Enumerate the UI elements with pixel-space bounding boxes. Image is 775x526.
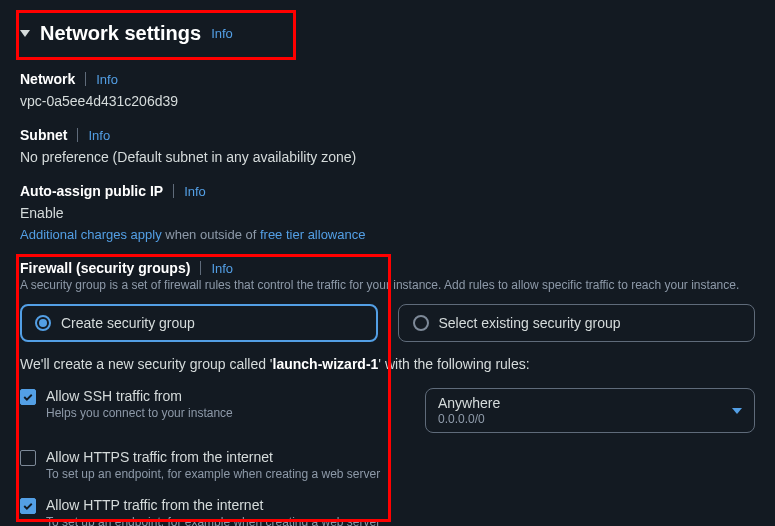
radio-select-existing-security-group[interactable]: Select existing security group <box>398 304 756 342</box>
rule-http-title: Allow HTTP traffic from the internet <box>46 497 380 513</box>
radio-create-security-group[interactable]: Create security group <box>20 304 378 342</box>
subnet-label: Subnet <box>20 127 67 143</box>
ssh-source-dropdown[interactable]: Anywhere 0.0.0.0/0 <box>425 388 755 433</box>
radio-label: Select existing security group <box>439 315 621 331</box>
security-group-note: We'll create a new security group called… <box>20 356 755 372</box>
subnet-field: Subnet Info No preference (Default subne… <box>20 127 755 165</box>
dropdown-label: Anywhere <box>438 395 500 412</box>
checkbox-allow-https[interactable] <box>20 450 36 466</box>
firewall-section: Firewall (security groups) Info A securi… <box>20 260 755 526</box>
caret-down-icon <box>20 30 30 37</box>
radio-icon <box>35 315 51 331</box>
charges-apply-link[interactable]: Additional charges apply <box>20 227 162 242</box>
charges-mid-text: when outside of <box>162 227 260 242</box>
radio-icon <box>413 315 429 331</box>
check-icon <box>22 391 34 403</box>
rule-ssh-title: Allow SSH traffic from <box>46 388 233 404</box>
checkbox-allow-ssh[interactable] <box>20 389 36 405</box>
info-link-firewall[interactable]: Info <box>211 261 233 276</box>
rule-http-desc: To set up an endpoint, for example when … <box>46 515 380 526</box>
section-title: Network settings <box>40 22 201 45</box>
caret-down-icon <box>732 408 742 414</box>
network-label: Network <box>20 71 75 87</box>
public-ip-value: Enable <box>20 205 755 221</box>
divider <box>85 72 86 86</box>
radio-label: Create security group <box>61 315 195 331</box>
info-link-network[interactable]: Info <box>96 72 118 87</box>
subnet-value: No preference (Default subnet in any ava… <box>20 149 755 165</box>
info-link-public-ip[interactable]: Info <box>184 184 206 199</box>
rule-ssh-desc: Helps you connect to your instance <box>46 406 233 420</box>
network-field: Network Info vpc-0a5ee4d431c206d39 <box>20 71 755 109</box>
dropdown-value: 0.0.0.0/0 <box>438 412 500 426</box>
network-settings-header[interactable]: Network settings Info <box>20 18 755 53</box>
checkbox-allow-http[interactable] <box>20 498 36 514</box>
public-ip-field: Auto-assign public IP Info Enable Additi… <box>20 183 755 242</box>
rule-https-desc: To set up an endpoint, for example when … <box>46 467 380 481</box>
divider <box>173 184 174 198</box>
network-value: vpc-0a5ee4d431c206d39 <box>20 93 755 109</box>
info-link-header[interactable]: Info <box>211 26 233 41</box>
firewall-description: A security group is a set of firewall ru… <box>20 278 755 292</box>
public-ip-label: Auto-assign public IP <box>20 183 163 199</box>
divider <box>77 128 78 142</box>
rule-https-title: Allow HTTPS traffic from the internet <box>46 449 380 465</box>
free-tier-link[interactable]: free tier allowance <box>260 227 366 242</box>
info-link-subnet[interactable]: Info <box>88 128 110 143</box>
check-icon <box>22 500 34 512</box>
security-group-name: launch-wizard-1 <box>273 356 379 372</box>
divider <box>200 261 201 275</box>
charges-note: Additional charges apply when outside of… <box>20 227 755 242</box>
firewall-label: Firewall (security groups) <box>20 260 190 276</box>
